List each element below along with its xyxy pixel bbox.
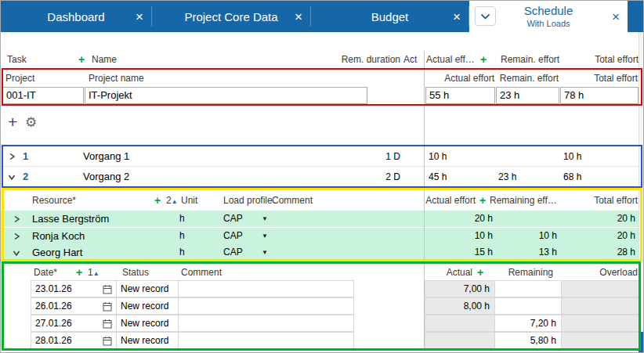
chevron-down-icon[interactable]	[8, 174, 16, 181]
calendar-icon[interactable]	[103, 284, 112, 294]
resource-unit[interactable]: h	[179, 228, 185, 244]
sort-indicator[interactable]: 2▲	[166, 192, 178, 211]
tab-dashboard[interactable]: Dashboard ×	[1, 1, 151, 32]
remaining-cell[interactable]: 7,20 h	[494, 315, 562, 332]
task-actual-effort: 45 h	[429, 167, 447, 187]
task-name[interactable]: Vorgang 2	[83, 167, 129, 187]
date-cell[interactable]: 27.01.26	[31, 315, 117, 332]
col-header-overload: Overload	[560, 264, 638, 281]
task-name[interactable]: Vorgang 1	[83, 146, 129, 167]
actual-cell: 8,00 h	[425, 297, 495, 315]
close-icon[interactable]: ×	[136, 10, 143, 23]
project-id-field[interactable]: 001-IT	[2, 87, 84, 104]
tab-budget[interactable]: Budget ×	[311, 1, 469, 32]
date-cell[interactable]: 28.01.26	[31, 332, 117, 349]
resource-total-effort: 28 h	[560, 244, 635, 261]
vertical-scrollbar[interactable]	[639, 32, 644, 353]
dropdown-arrow-icon[interactable]: ▼	[262, 244, 268, 261]
remaining-cell[interactable]	[494, 280, 562, 297]
actual-cell	[425, 332, 495, 349]
resource-unit[interactable]: h	[179, 244, 185, 261]
chevron-right-icon[interactable]	[9, 153, 16, 160]
date-cell[interactable]: 23.01.26	[31, 280, 117, 297]
tab-project-core-data[interactable]: Project Core Data ×	[152, 1, 310, 32]
calendar-icon[interactable]	[103, 301, 112, 312]
col-header-project: Project	[5, 70, 34, 87]
date-table-header: Date* + 1▲ Status Comment Actual + Remai…	[1, 264, 639, 281]
tab-bar-filler	[628, 1, 644, 32]
tab-label: Schedule With Loads	[524, 4, 573, 30]
dropdown-arrow-icon[interactable]: ▼	[262, 228, 268, 244]
close-icon[interactable]: ×	[612, 10, 620, 23]
remaining-cell[interactable]: 5,80 h	[494, 332, 562, 349]
record-row: 28.01.26 New record 5,80 h	[1, 332, 639, 349]
task-actual-effort: 10 h	[429, 146, 447, 167]
col-header-status: Status	[122, 264, 149, 281]
project-actual-effort-field[interactable]: 55 h	[425, 87, 495, 104]
date-cell[interactable]: 26.01.26	[31, 297, 117, 315]
close-icon[interactable]: ×	[295, 10, 302, 23]
resource-remaining-effort[interactable]: 10 h	[494, 228, 557, 244]
tab-bar: Dashboard × Project Core Data × Budget ×…	[1, 1, 644, 32]
tab-schedule[interactable]: Schedule With Loads ×	[469, 1, 628, 32]
chevron-right-icon[interactable]	[13, 215, 20, 223]
comment-cell[interactable]	[178, 315, 354, 332]
add-resource-icon[interactable]: +	[154, 192, 161, 209]
remaining-cell[interactable]	[494, 297, 562, 315]
close-icon[interactable]: ×	[453, 10, 461, 23]
calendar-icon[interactable]	[103, 319, 112, 329]
task-row[interactable]: 2 Vorgang 2 2 D 45 h 23 h 68 h	[1, 167, 639, 187]
add-task-icon[interactable]: +	[78, 51, 85, 68]
comment-cell[interactable]	[178, 280, 354, 297]
task-rem-duration[interactable]: 1 D	[338, 146, 400, 167]
comment-cell[interactable]	[178, 332, 354, 349]
project-remaining-effort-field[interactable]: 23 h	[496, 87, 559, 104]
chevron-down-icon[interactable]	[13, 250, 20, 257]
col-header-act: Act	[403, 51, 417, 68]
task-rem-duration[interactable]: 2 D	[338, 167, 400, 187]
status-value: New record	[117, 301, 168, 312]
comment-cell[interactable]	[178, 297, 354, 315]
resource-unit[interactable]: h	[179, 211, 185, 227]
date-value: 27.01.26	[31, 318, 72, 329]
col-header-actual-effort: Actual eff…	[426, 51, 475, 68]
sort-order-number: 1	[88, 267, 93, 278]
resource-row[interactable]: Ronja Koch h CAP ▼ 10 h 10 h 20 h	[1, 228, 639, 244]
add-actual-icon[interactable]: +	[477, 264, 483, 281]
resource-remaining-effort[interactable]: 13 h	[494, 244, 557, 261]
project-total-effort-field[interactable]: 78 h	[560, 87, 639, 104]
chevron-right-icon[interactable]	[13, 232, 20, 240]
resource-total-effort: 20 h	[560, 211, 635, 227]
status-cell[interactable]: New record	[116, 280, 179, 297]
col-header-actual: Actual	[424, 264, 472, 281]
chevron-down-icon[interactable]	[475, 6, 496, 26]
scrollbar-thumb[interactable]	[639, 332, 644, 352]
date-value: 28.01.26	[31, 335, 72, 346]
sort-asc-icon: ▲	[172, 198, 178, 205]
project-name-field[interactable]: IT-Projekt	[85, 87, 367, 104]
col-header-remain-effort: Remain. effort	[496, 70, 559, 87]
add-effort-icon[interactable]: +	[479, 192, 486, 209]
calendar-icon[interactable]	[103, 336, 112, 346]
resource-actual-effort: 20 h	[424, 211, 493, 227]
add-effort-column-icon[interactable]: +	[480, 51, 487, 68]
status-cell[interactable]: New record	[116, 297, 179, 315]
resource-name: Ronja Koch	[32, 228, 85, 244]
dropdown-arrow-icon[interactable]: ▼	[262, 211, 268, 227]
resource-row[interactable]: Georg Hart h CAP ▼ 15 h 13 h 28 h	[1, 244, 639, 261]
resource-load-profile[interactable]: CAP	[223, 228, 243, 244]
column-divider	[424, 51, 425, 351]
resource-load-profile[interactable]: CAP	[223, 244, 243, 261]
add-date-record-icon[interactable]: +	[76, 264, 82, 281]
col-header-comment: Comment	[181, 264, 222, 281]
status-value: New record	[117, 318, 168, 329]
status-cell[interactable]: New record	[116, 332, 179, 349]
settings-gear-icon[interactable]: ⚙	[25, 116, 37, 129]
col-header-resource: Resource*	[32, 192, 76, 209]
resource-load-profile[interactable]: CAP	[223, 211, 243, 227]
add-row-button[interactable]: +	[8, 113, 17, 130]
resource-row[interactable]: Lasse Bergström h CAP ▼ 20 h 20 h	[1, 211, 639, 227]
col-header-remaining: Remaining	[488, 264, 553, 281]
status-cell[interactable]: New record	[116, 315, 179, 332]
task-row[interactable]: 1 Vorgang 1 1 D 10 h 10 h	[1, 146, 639, 167]
